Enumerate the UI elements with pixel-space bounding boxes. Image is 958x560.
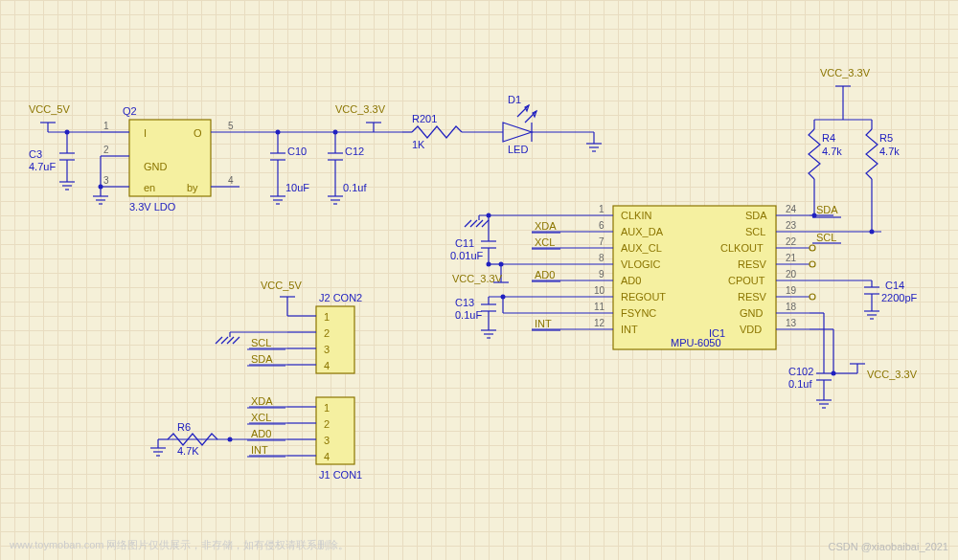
svg-line-114 [470, 220, 477, 227]
c11v: 0.01uF [450, 250, 484, 261]
pin-1: 1 [103, 121, 109, 131]
j1-pin3: 3 [324, 435, 330, 446]
c14v: 2200pF [881, 292, 918, 303]
svg-text:INT: INT [621, 324, 638, 335]
j2-pin2: 2 [324, 327, 330, 339]
svg-text:VLOGIC: VLOGIC [621, 258, 661, 270]
r5: R5 [879, 132, 893, 144]
ic1-name: MPU-6050 [671, 337, 721, 348]
j1-pin4: 4 [324, 451, 330, 462]
svg-line-190 [227, 337, 234, 344]
svg-text:CLKOUT: CLKOUT [720, 242, 764, 254]
svg-text:8: 8 [599, 253, 604, 263]
vcc33-label: VCC_3.3V [335, 103, 386, 115]
gnd-icon [270, 196, 285, 204]
svg-text:AUX_DA: AUX_DA [621, 226, 664, 237]
watermark-left: www.toymoban.com 网络图片仅供展示，非存储，如有侵权请联系删除。 [10, 538, 349, 552]
d1: D1 [508, 94, 521, 105]
gnd-icon [816, 400, 832, 408]
gnd-icon [864, 311, 879, 319]
q2-sub: 3.3V LDO [129, 201, 176, 213]
net-scl: SCL [816, 232, 836, 243]
svg-marker-48 [533, 111, 536, 117]
c12: C12 [345, 146, 364, 157]
svg-text:9: 9 [599, 269, 604, 280]
c12v: 0.1uf [343, 182, 367, 193]
gnd-icon [465, 220, 489, 227]
led: LED [508, 144, 528, 155]
svg-line-191 [233, 337, 240, 344]
j2-block [316, 306, 354, 373]
vcc33-top: VCC_3.3V [820, 67, 871, 78]
net-sda: SDA [816, 204, 838, 215]
gnd-icon [328, 196, 343, 204]
vcc33-bot: VCC_3.3V [867, 369, 918, 380]
svg-text:23: 23 [786, 220, 797, 231]
net-int: INT [535, 318, 552, 329]
svg-text:RESV: RESV [738, 291, 767, 302]
svg-text:6: 6 [599, 220, 604, 231]
pin-3: 3 [103, 175, 109, 186]
svg-text:AD0: AD0 [621, 275, 641, 286]
gnd-icon [481, 330, 496, 338]
svg-text:RESV: RESV [738, 258, 767, 270]
vcc5-label: VCC_5V [29, 103, 70, 115]
svg-text:21: 21 [786, 253, 797, 263]
j2-pin1: 1 [324, 311, 330, 323]
j1-xcl: XCL [251, 412, 271, 423]
c10: C10 [287, 146, 307, 157]
pin-5: 5 [228, 121, 234, 131]
net-xcl: XCL [535, 236, 555, 248]
r5v: 4.7k [879, 146, 900, 157]
svg-text:24: 24 [786, 204, 797, 214]
net-xda: XDA [535, 220, 557, 232]
r4v: 4.7k [822, 146, 842, 157]
c14: C14 [885, 280, 904, 291]
svg-text:FSYNC: FSYNC [621, 307, 656, 319]
j1-ad0: AD0 [251, 428, 271, 439]
svg-text:19: 19 [786, 285, 797, 296]
schematic-diagram: I O GND en by Q2 3.3V LDO 1 2 3 5 4 VCC_… [0, 0, 958, 560]
svg-text:SCL: SCL [745, 226, 765, 237]
svg-text:7: 7 [599, 236, 604, 247]
svg-text:22: 22 [786, 236, 797, 247]
j1-int: INT [251, 444, 268, 456]
j1-xda: XDA [251, 395, 273, 407]
gnd-icon [93, 196, 108, 204]
svg-text:12: 12 [594, 318, 605, 328]
pin-4: 4 [228, 175, 234, 186]
ldo-pin-by: by [187, 182, 198, 193]
r6: R6 [177, 421, 191, 433]
svg-text:AUX_CL: AUX_CL [621, 242, 662, 254]
svg-text:13: 13 [786, 318, 797, 328]
svg-text:11: 11 [594, 302, 605, 312]
gnd-icon [59, 177, 75, 190]
svg-point-152 [870, 230, 875, 235]
svg-point-156 [810, 294, 815, 300]
c3: C3 [29, 148, 42, 160]
j2-pin3: 3 [324, 344, 330, 355]
j2-scl: SCL [251, 337, 271, 348]
svg-point-154 [810, 245, 815, 251]
ldo-pin-i: I [144, 127, 147, 139]
j2-sda: SDA [251, 353, 273, 365]
j1: J1 CON1 [319, 469, 362, 481]
c13v: 0.1uF [455, 309, 482, 321]
c13: C13 [455, 297, 474, 308]
q2-label: Q2 [123, 105, 137, 117]
ldo-pin-gnd: GND [144, 161, 168, 172]
net-ad0: AD0 [535, 269, 555, 280]
vcc5-j2: VCC_5V [261, 280, 302, 291]
gnd-icon [216, 337, 240, 344]
svg-text:CPOUT: CPOUT [728, 275, 765, 286]
led-icon [503, 123, 532, 142]
svg-text:GND: GND [740, 307, 764, 319]
svg-text:VDD: VDD [740, 324, 762, 335]
c3v: 4.7uF [29, 161, 56, 172]
watermark-right: CSDN @xiaobaibai_2021 [828, 541, 948, 552]
j1-pin1: 1 [324, 402, 330, 414]
svg-text:20: 20 [786, 269, 797, 280]
c102v: 0.1uf [788, 378, 812, 390]
svg-text:18: 18 [786, 302, 797, 312]
svg-text:SDA: SDA [745, 210, 767, 221]
